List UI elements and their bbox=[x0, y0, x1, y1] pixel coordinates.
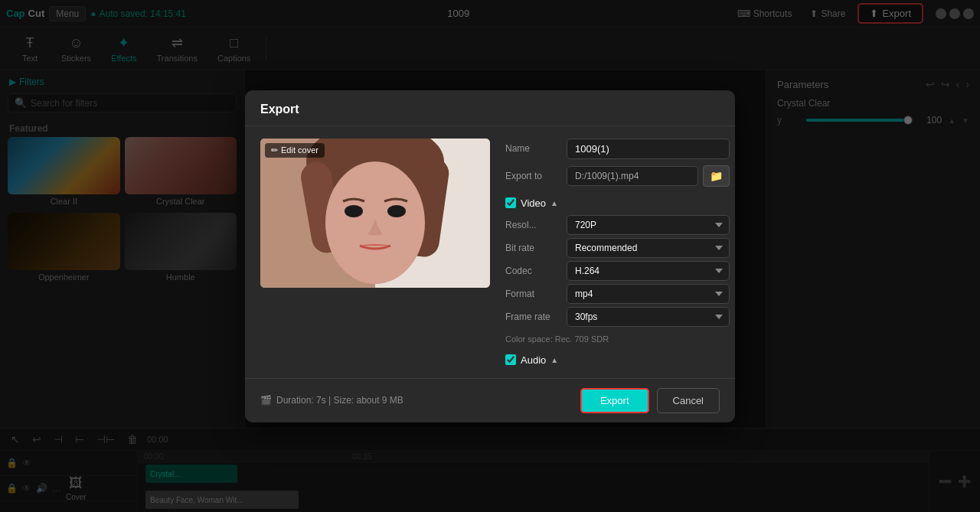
format-label: Format bbox=[505, 289, 559, 299]
export-dialog: Export bbox=[245, 90, 735, 422]
audio-collapse-icon[interactable]: ▲ bbox=[550, 356, 558, 364]
export-path-input[interactable] bbox=[567, 166, 698, 186]
pencil-icon: ✏ bbox=[271, 145, 278, 155]
codec-select[interactable]: H.264H.265VP9 bbox=[567, 261, 730, 281]
format-row: Format mp4movavi bbox=[505, 284, 730, 304]
video-collapse-icon[interactable]: ▲ bbox=[550, 199, 558, 207]
video-checkbox[interactable] bbox=[505, 197, 516, 208]
resolution-select[interactable]: 360P480P720P1080P2K4K bbox=[567, 215, 730, 235]
dialog-title: Export bbox=[245, 90, 735, 126]
bitrate-label: Bit rate bbox=[505, 243, 559, 253]
dialog-fields: Name Export to 📁 Video bbox=[505, 139, 733, 366]
dialog-scroll[interactable]: Name Export to 📁 Video bbox=[505, 139, 733, 366]
preview-image: ✏ Edit cover bbox=[260, 139, 490, 288]
bitrate-select[interactable]: LowMediumRecommendedHigh bbox=[567, 238, 730, 258]
framerate-label: Frame rate bbox=[505, 311, 559, 322]
dialog-body: ✏ Edit cover Name Export to bbox=[245, 126, 735, 378]
path-row: 📁 bbox=[567, 165, 730, 187]
codec-row: Codec H.264H.265VP9 bbox=[505, 261, 730, 281]
dialog-footer: 🎬 Duration: 7s | Size: about 9 MB Export… bbox=[245, 378, 735, 422]
edit-cover-button[interactable]: ✏ Edit cover bbox=[265, 143, 325, 158]
cancel-button[interactable]: Cancel bbox=[657, 388, 720, 413]
audio-section-header: Audio ▲ bbox=[505, 354, 730, 366]
video-section-header: Video ▲ bbox=[505, 197, 730, 209]
dialog-overlay: Export bbox=[0, 0, 980, 512]
framerate-row: Frame rate 24fps25fps30fps50fps60fps bbox=[505, 307, 730, 327]
export-button[interactable]: Export bbox=[580, 388, 649, 413]
codec-label: Codec bbox=[505, 266, 559, 276]
folder-browse-button[interactable]: 📁 bbox=[703, 165, 730, 187]
name-input[interactable] bbox=[567, 139, 730, 159]
preview-face bbox=[260, 139, 490, 288]
color-space-info: Color space: Rec. 709 SDR bbox=[505, 334, 730, 344]
footer-buttons: Export Cancel bbox=[580, 388, 720, 413]
footer-duration-info: 🎬 Duration: 7s | Size: about 9 MB bbox=[260, 395, 403, 406]
svg-point-6 bbox=[345, 205, 363, 217]
name-label: Name bbox=[505, 143, 559, 154]
export-to-row: Export to 📁 bbox=[505, 165, 730, 187]
audio-section-title: Audio bbox=[521, 354, 546, 366]
resolution-row: Resol... 360P480P720P1080P2K4K bbox=[505, 215, 730, 235]
dialog-preview: ✏ Edit cover bbox=[260, 139, 490, 366]
name-field-row: Name bbox=[505, 139, 730, 159]
svg-point-7 bbox=[387, 205, 406, 217]
film-icon: 🎬 bbox=[260, 395, 272, 406]
bitrate-row: Bit rate LowMediumRecommendedHigh bbox=[505, 238, 730, 258]
audio-checkbox[interactable] bbox=[505, 354, 516, 365]
resolution-label: Resol... bbox=[505, 220, 559, 230]
face-svg bbox=[260, 139, 490, 288]
framerate-select[interactable]: 24fps25fps30fps50fps60fps bbox=[567, 307, 730, 327]
video-section-title: Video bbox=[521, 197, 546, 209]
export-to-label: Export to bbox=[505, 171, 559, 181]
format-select[interactable]: mp4movavi bbox=[567, 284, 730, 304]
